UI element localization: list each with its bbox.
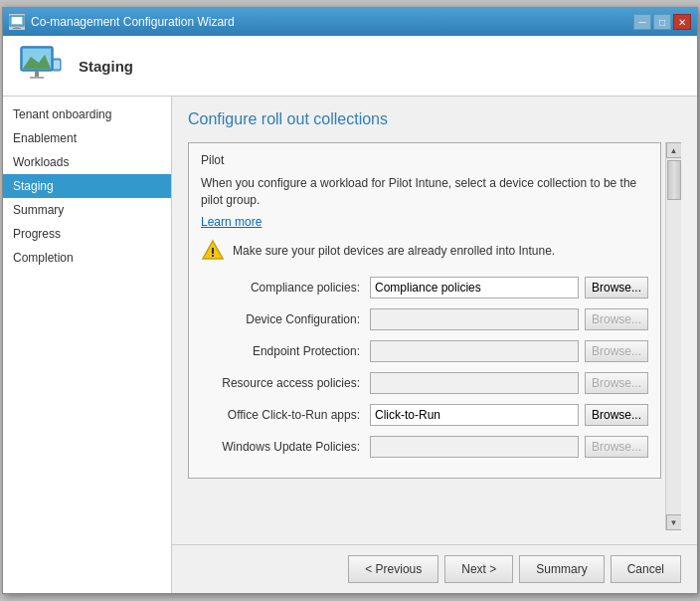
footer: < Previous Next > Summary Cancel [172,544,697,593]
field-input-office-click-to-run[interactable] [370,404,579,426]
field-input-resource-access[interactable] [370,372,579,394]
field-row-windows-update: Windows Update Policies:Browse... [201,436,648,458]
field-label-device-configuration: Device Configuration: [201,312,370,326]
content-area: Tenant onboarding Enablement Workloads S… [3,97,697,593]
pilot-group-label: Pilot [201,153,648,167]
field-input-windows-update[interactable] [370,436,579,458]
field-row-compliance-policies: Compliance policies:Browse... [201,277,648,299]
sidebar-item-enablement[interactable]: Enablement [3,126,171,150]
scrollbar-thumb[interactable] [667,160,681,200]
svg-rect-12 [56,70,58,71]
main-content: Configure roll out collections Pilot Whe… [172,97,697,593]
warning-icon [201,239,225,263]
maximize-button[interactable]: □ [653,14,671,30]
svg-rect-9 [30,77,44,79]
sidebar-item-progress[interactable]: Progress [3,222,171,246]
cancel-button[interactable]: Cancel [611,555,681,583]
title-bar-left: Co-management Configuration Wizard [9,14,235,30]
minimize-button[interactable]: ─ [633,14,651,30]
svg-rect-15 [212,255,214,257]
field-input-device-configuration[interactable] [370,308,579,330]
browse-button-windows-update[interactable]: Browse... [585,436,648,458]
scrollbar-thumb-area [666,158,681,514]
field-row-office-click-to-run: Office Click-to-Run apps:Browse... [201,404,648,426]
scrollbar-down-button[interactable]: ▼ [666,514,682,530]
field-row-resource-access: Resource access policies:Browse... [201,372,648,394]
close-button[interactable]: ✕ [673,14,691,30]
field-label-office-click-to-run: Office Click-to-Run apps: [201,408,370,422]
scrollbar-up-button[interactable]: ▲ [666,142,682,158]
sidebar-item-summary[interactable]: Summary [3,198,171,222]
field-input-compliance-policies[interactable] [370,277,579,299]
warning-text: Make sure your pilot devices are already… [233,244,555,258]
field-label-compliance-policies: Compliance policies: [201,281,370,295]
browse-button-resource-access[interactable]: Browse... [585,372,648,394]
browse-button-device-configuration[interactable]: Browse... [585,308,648,330]
browse-button-compliance-policies[interactable]: Browse... [585,277,648,299]
sidebar-item-staging[interactable]: Staging [3,174,171,198]
svg-rect-2 [15,26,19,28]
svg-rect-14 [212,248,214,254]
sidebar-item-tenant-onboarding[interactable]: Tenant onboarding [3,102,171,126]
window-icon [9,14,25,30]
browse-button-endpoint-protection[interactable]: Browse... [585,340,648,362]
svg-rect-3 [13,28,21,29]
field-label-windows-update: Windows Update Policies: [201,440,370,454]
summary-button[interactable]: Summary [519,555,604,583]
svg-rect-1 [12,17,22,24]
svg-rect-8 [35,71,39,77]
next-button[interactable]: Next > [444,555,513,583]
field-row-device-configuration: Device Configuration:Browse... [201,308,648,330]
page-title: Configure roll out collections [188,110,681,128]
fields-container: Compliance policies:Browse...Device Conf… [201,277,648,458]
title-bar: Co-management Configuration Wizard ─ □ ✕ [3,8,697,36]
field-label-endpoint-protection: Endpoint Protection: [201,344,370,358]
computer-icon [17,46,65,86]
title-bar-controls: ─ □ ✕ [633,14,691,30]
pilot-group: Pilot When you configure a workload for … [188,142,661,479]
scrollbar: ▲ ▼ [665,142,681,530]
learn-more-link[interactable]: Learn more [201,215,262,229]
main-inner: Configure roll out collections Pilot Whe… [172,97,697,544]
wizard-header: Staging [3,36,697,97]
window-title: Co-management Configuration Wizard [31,15,235,29]
field-label-resource-access: Resource access policies: [201,376,370,390]
field-input-endpoint-protection[interactable] [370,340,579,362]
scroll-content: Pilot When you configure a workload for … [188,142,665,530]
header-title: Staging [79,58,133,75]
field-row-endpoint-protection: Endpoint Protection:Browse... [201,340,648,362]
warning-box: Make sure your pilot devices are already… [201,239,648,263]
svg-rect-11 [54,61,60,69]
sidebar-item-completion[interactable]: Completion [3,246,171,270]
scroll-area: Pilot When you configure a workload for … [188,142,681,530]
previous-button[interactable]: < Previous [348,555,438,583]
sidebar: Tenant onboarding Enablement Workloads S… [3,97,172,593]
sidebar-item-workloads[interactable]: Workloads [3,150,171,174]
wizard-window: Co-management Configuration Wizard ─ □ ✕ [2,7,698,594]
pilot-description: When you configure a workload for Pilot … [201,175,648,209]
browse-button-office-click-to-run[interactable]: Browse... [585,404,648,426]
